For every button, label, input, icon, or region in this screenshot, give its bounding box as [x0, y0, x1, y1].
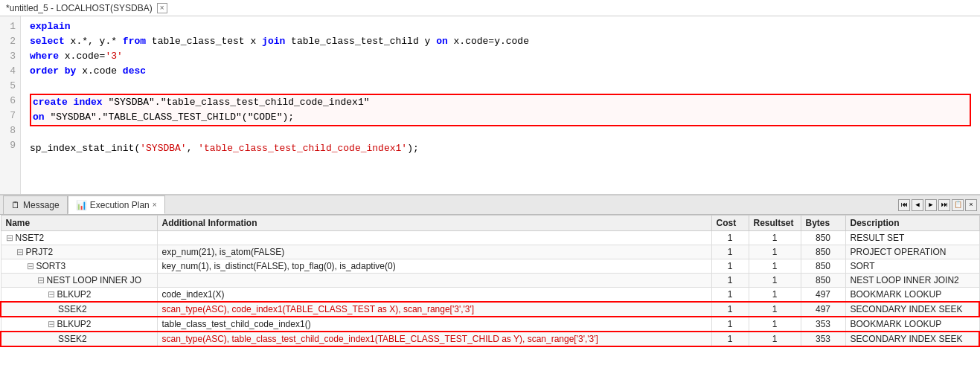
- view-button[interactable]: 📋: [952, 199, 964, 211]
- execution-plan-table: Name Additional Information Cost Results…: [0, 215, 980, 347]
- col-header-info: Additional Information: [157, 216, 711, 231]
- tab-close-icon[interactable]: ×: [153, 201, 157, 209]
- code-content[interactable]: explainselect x.*, y.* from table_class_…: [21, 16, 980, 194]
- table-row: ⊟BLKUP2code_index1(X)11497BOOKMARK LOOKU…: [1, 288, 979, 303]
- code-line-6[interactable]: create index "SYSDBA"."table_class_test_…: [33, 95, 968, 110]
- table-row: ⊟NSET211850RESULT SET: [1, 231, 979, 245]
- highlighted-create-index-block: create index "SYSDBA"."table_class_test_…: [30, 94, 971, 126]
- next-button[interactable]: ▶: [925, 199, 937, 211]
- table-row: ⊟BLKUP2table_class_test_child_code_index…: [1, 317, 979, 332]
- code-line-8[interactable]: [30, 126, 971, 141]
- close-panel-button[interactable]: ×: [965, 199, 977, 211]
- code-line-3[interactable]: where x.code='3': [30, 49, 971, 64]
- code-line-1[interactable]: explain: [30, 19, 971, 34]
- execution-plan-icon: 📊: [76, 200, 87, 210]
- code-line-7[interactable]: on "SYSDBA"."TABLE_CLASS_TEST_CHILD"("CO…: [33, 110, 968, 125]
- col-header-resultset: Resultset: [749, 216, 801, 231]
- tabs-left: 🗒 Message 📊 Execution Plan ×: [3, 196, 165, 214]
- code-line-2[interactable]: select x.*, y.* from table_class_test x …: [30, 34, 971, 49]
- last-button[interactable]: ⏭: [938, 199, 950, 211]
- table-row: ⊟NEST LOOP INNER JO11850NEST LOOP INNER …: [1, 274, 979, 288]
- code-line-4[interactable]: order by x.code desc: [30, 64, 971, 79]
- horizontal-scrollbar[interactable]: [0, 194, 980, 195]
- code-line-9[interactable]: sp_index_stat_init('SYSDBA', 'table_clas…: [30, 141, 971, 156]
- tab-bar: 🗒 Message 📊 Execution Plan × ⏮ ◀ ▶ ⏭ 📋 ×: [0, 196, 980, 215]
- table-row: SSEK2scan_type(ASC), code_index1(TABLE_C…: [1, 302, 979, 317]
- tab-execution-plan[interactable]: 📊 Execution Plan ×: [68, 196, 165, 214]
- table-row: ⊟PRJT2exp_num(21), is_atom(FALSE)11850PR…: [1, 245, 979, 259]
- table-header-row: Name Additional Information Cost Results…: [1, 216, 979, 231]
- col-header-desc: Description: [845, 216, 979, 231]
- tab-controls: ⏮ ◀ ▶ ⏭ 📋 ×: [898, 199, 977, 211]
- result-table-wrapper[interactable]: Name Additional Information Cost Results…: [0, 215, 980, 381]
- code-line-5[interactable]: [30, 79, 971, 94]
- message-icon: 🗒: [11, 200, 20, 210]
- col-header-cost: Cost: [711, 216, 749, 231]
- window-title: *untitled_5 - LOCALHOST(SYSDBA): [6, 3, 153, 13]
- bottom-panel: 🗒 Message 📊 Execution Plan × ⏮ ◀ ▶ ⏭ 📋 ×…: [0, 195, 980, 382]
- line-numbers: 123456789: [0, 16, 21, 194]
- table-row: ⊟SORT3key_num(1), is_distinct(FALSE), to…: [1, 259, 979, 274]
- first-button[interactable]: ⏮: [898, 199, 910, 211]
- editor-area[interactable]: 123456789 explainselect x.*, y.* from ta…: [0, 16, 980, 195]
- tab-message[interactable]: 🗒 Message: [3, 196, 68, 214]
- window-close-button[interactable]: ×: [157, 3, 167, 13]
- col-header-bytes: Bytes: [801, 216, 845, 231]
- col-header-name: Name: [1, 216, 157, 231]
- title-bar: *untitled_5 - LOCALHOST(SYSDBA) ×: [0, 0, 980, 16]
- prev-button[interactable]: ◀: [912, 199, 923, 211]
- table-row: SSEK2scan_type(ASC), table_class_test_ch…: [1, 332, 979, 346]
